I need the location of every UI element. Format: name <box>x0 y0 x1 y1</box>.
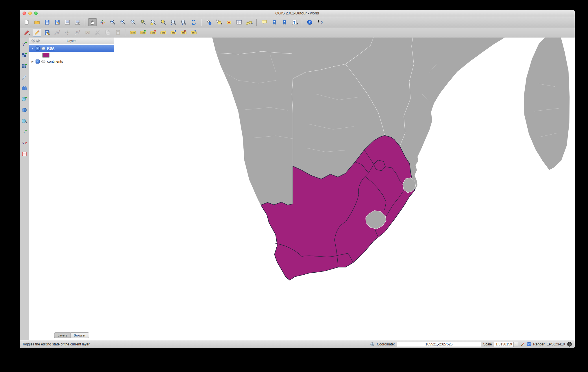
panel-detach-icon[interactable]: ◻ <box>36 39 40 42</box>
add-postgis-layer-button[interactable] <box>21 62 28 70</box>
deselect-features-button[interactable] <box>225 18 233 26</box>
coordinate-input[interactable] <box>397 342 481 347</box>
show-bookmarks-button[interactable] <box>280 18 289 26</box>
pan-to-selection-button[interactable] <box>98 18 107 26</box>
current-edits-button[interactable]: ▾ <box>23 29 31 37</box>
new-bookmark-button[interactable] <box>270 18 279 26</box>
open-attribute-table-icon <box>236 19 242 25</box>
layer-row-RSA[interactable]: ▼✓RSA <box>29 45 114 52</box>
remove-layer-button[interactable] <box>21 150 28 158</box>
scale-combo[interactable]: 1:8138159 ▾ <box>494 342 519 347</box>
chevron-down-icon[interactable]: ▾ <box>513 342 518 347</box>
label-change-icon: abc <box>160 29 167 36</box>
measure-button[interactable]: ▾ <box>245 18 254 26</box>
add-wfs-layer-button[interactable]: V <box>21 117 28 125</box>
label-rotate-button[interactable]: abc <box>149 29 158 37</box>
save-project-button[interactable] <box>43 18 51 26</box>
open-project-button[interactable] <box>33 18 41 26</box>
save-layer-edits-button[interactable] <box>43 29 51 37</box>
window-title: QGIS 2.0.1-Dufour - world <box>20 10 575 17</box>
zoom-native-icon: 1:1 <box>130 19 136 25</box>
delete-selected-button[interactable] <box>83 29 92 37</box>
add-spatialite-layer-button[interactable] <box>21 73 28 81</box>
map-canvas[interactable] <box>114 38 575 340</box>
zoom-full-button[interactable] <box>139 18 147 26</box>
add-delimited-text-layer-button[interactable]: , <box>21 128 28 136</box>
close-button[interactable] <box>23 12 26 15</box>
svg-text:T: T <box>293 20 296 24</box>
add-wcs-layer-button[interactable] <box>21 106 28 114</box>
label-properties-button[interactable]: abc <box>169 29 178 37</box>
zoom-native-button[interactable]: 1:1 <box>129 18 137 26</box>
whats-this-button[interactable]: ? <box>315 18 324 26</box>
copy-features-icon <box>105 29 111 36</box>
node-tool-button[interactable] <box>73 29 82 37</box>
zoom-out-button[interactable] <box>119 18 127 26</box>
remove-layer-icon <box>21 151 27 157</box>
layer-expand-icon[interactable]: ▼ <box>31 47 34 50</box>
panel-tab-browser[interactable]: Browser <box>71 332 89 338</box>
help-contents-icon: ? <box>306 19 313 25</box>
label-move-button[interactable]: abc <box>139 29 147 37</box>
add-vector-layer-button[interactable]: V <box>21 40 28 48</box>
crs-status-icon[interactable] <box>567 342 572 347</box>
refresh-map-button[interactable] <box>189 18 198 26</box>
zoom-button[interactable] <box>34 12 38 15</box>
zoom-in-button[interactable] <box>108 18 117 26</box>
layer-expand-icon[interactable]: ▶ <box>31 60 34 63</box>
layer-visibility-checkbox[interactable]: ✓ <box>36 59 40 64</box>
add-spatialite-layer-icon <box>21 74 27 80</box>
identify-features-button[interactable]: i <box>204 18 213 26</box>
stop-render-icon[interactable] <box>520 342 525 347</box>
chevron-down-icon[interactable]: ▾ <box>297 23 298 26</box>
new-print-composer-button[interactable] <box>63 18 72 26</box>
titlebar[interactable]: QGIS 2.0.1-Dufour - world <box>20 10 575 17</box>
toggle-editing-button[interactable] <box>33 29 41 37</box>
show-bookmarks-icon <box>281 19 288 25</box>
add-wcs-layer-icon <box>21 107 27 113</box>
label-toggle-button[interactable]: abc <box>189 29 198 37</box>
zoom-to-layer-button[interactable] <box>149 18 158 26</box>
add-raster-layer-button[interactable] <box>21 51 28 59</box>
composer-manager-button[interactable] <box>73 18 82 26</box>
add-wms-layer-button[interactable] <box>21 95 28 103</box>
select-features-button[interactable]: ▾ <box>215 18 223 26</box>
zoom-to-selection-button[interactable] <box>159 18 168 26</box>
new-project-icon <box>24 19 30 25</box>
chevron-down-icon[interactable]: ▾ <box>221 23 222 26</box>
zoom-next-button[interactable] <box>179 18 188 26</box>
render-checkbox[interactable]: ✓ <box>527 342 531 346</box>
zoom-last-icon <box>170 19 177 25</box>
panel-tab-layers[interactable]: Layers <box>54 332 71 338</box>
panel-close-icon[interactable]: × <box>32 39 35 42</box>
label-pin-button[interactable]: abc <box>179 29 188 37</box>
layer-label: RSA <box>47 46 54 51</box>
composer-manager-icon <box>74 19 81 25</box>
open-attribute-table-button[interactable] <box>235 18 243 26</box>
cut-features-button[interactable] <box>93 29 102 37</box>
label-change-button[interactable]: abc <box>159 29 168 37</box>
new-project-button[interactable] <box>23 18 31 26</box>
copy-features-button[interactable] <box>103 29 112 37</box>
map-tips-button[interactable] <box>260 18 269 26</box>
paste-features-button[interactable] <box>114 29 122 37</box>
whats-this-icon: ? <box>317 19 323 25</box>
new-shapefile-layer-button[interactable]: V <box>21 139 28 147</box>
minimize-button[interactable] <box>28 12 32 15</box>
layer-row-continents[interactable]: ▶✓continents <box>29 58 114 65</box>
new-bookmark-icon <box>271 19 278 25</box>
move-feature-button[interactable] <box>63 29 72 37</box>
layer-visibility-checkbox[interactable]: ✓ <box>36 46 40 51</box>
chevron-down-icon[interactable]: ▾ <box>29 33 30 37</box>
save-project-as-button[interactable] <box>53 18 62 26</box>
toolbar-separator <box>302 19 302 26</box>
help-contents-button[interactable]: ? <box>305 18 314 26</box>
chevron-down-icon[interactable]: ▾ <box>251 23 252 26</box>
text-annotation-button[interactable]: T▾ <box>290 18 299 26</box>
zoom-last-button[interactable] <box>169 18 178 26</box>
pan-map-button[interactable] <box>88 18 97 26</box>
layer-color-swatch[interactable] <box>42 53 49 57</box>
add-feature-button[interactable] <box>53 29 62 37</box>
add-mssql-layer-button[interactable] <box>21 84 28 92</box>
labeling-button[interactable]: abc <box>129 29 137 37</box>
